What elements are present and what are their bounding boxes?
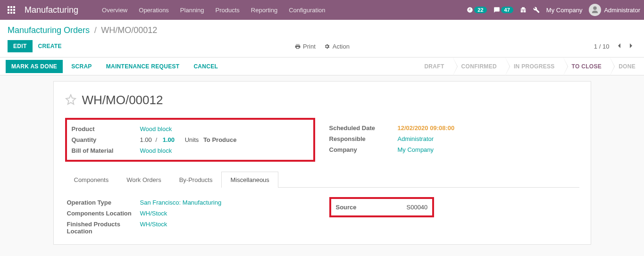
scheduled-label: Scheduled Date (329, 124, 398, 132)
highlight-box-left: Product Wood block Quantity 1.00 / 1.00 … (65, 118, 315, 162)
stage-draft[interactable]: DRAFT (416, 58, 452, 75)
pager-next[interactable] (626, 41, 636, 52)
op-type-link[interactable]: San Francisco: Manufacturing (140, 199, 222, 206)
create-button[interactable]: CREATE (33, 40, 67, 52)
fin-loc-link[interactable]: WH/Stock (140, 221, 167, 228)
svg-rect-3 (8, 9, 9, 11)
menu-operations[interactable]: Operations (134, 4, 174, 17)
scheduled-value: 12/02/2020 09:08:00 (398, 124, 455, 132)
svg-rect-7 (10, 12, 12, 14)
svg-rect-6 (8, 12, 9, 14)
product-link[interactable]: Wood block (140, 125, 172, 132)
responsible-link[interactable]: Administrator (398, 135, 434, 142)
print-icon (294, 43, 301, 50)
breadcrumb: Manufacturing Orders / WH/MO/00012 (8, 25, 157, 35)
svg-rect-8 (13, 12, 15, 14)
action-label: Action (333, 43, 350, 50)
chevron-left-icon (617, 43, 621, 49)
pager: 1 / 10 (594, 43, 636, 50)
menu-configuration[interactable]: Configuration (284, 4, 330, 17)
svg-rect-2 (13, 6, 15, 8)
activities-badge: 22 (474, 7, 486, 13)
source-value: S00040 (407, 204, 428, 211)
activities-button[interactable]: 22 (467, 7, 486, 13)
main-menu: Overview Operations Planning Products Re… (97, 4, 330, 17)
svg-rect-1 (10, 6, 12, 8)
company-link[interactable]: My Company (398, 146, 434, 153)
svg-rect-0 (8, 6, 9, 8)
responsible-label: Responsible (329, 135, 398, 142)
qty-sep: / (155, 136, 157, 143)
user-menu[interactable]: Administrator (589, 4, 640, 16)
topbar-right: 22 47 My Company Administrator (467, 4, 640, 16)
breadcrumb-parent[interactable]: Manufacturing Orders (8, 25, 90, 35)
bom-label: Bill of Material (72, 147, 140, 154)
company-switcher[interactable]: My Company (546, 7, 583, 14)
print-button[interactable]: Print (294, 43, 316, 50)
user-name: Administrator (604, 7, 640, 14)
statusbar: MARK AS DONE SCRAP MAINTENANCE REQUEST C… (0, 58, 644, 75)
record-title: WH/MO/00012 (82, 93, 163, 107)
menu-overview[interactable]: Overview (97, 4, 132, 17)
chevron-right-icon (629, 43, 634, 49)
stage-in-progress[interactable]: IN PROGRESS (505, 58, 563, 75)
tab-work-orders[interactable]: Work Orders (117, 172, 170, 188)
comp-loc-link[interactable]: WH/Stock (140, 210, 167, 217)
discuss-button[interactable]: 47 (493, 7, 513, 13)
pager-prev[interactable] (614, 41, 626, 52)
topbar: Manufacturing Overview Operations Planni… (0, 0, 644, 20)
bom-link[interactable]: Wood block (140, 147, 172, 154)
company-label: Company (329, 146, 398, 153)
breadcrumb-current: WH/MO/00012 (101, 25, 157, 35)
pager-value[interactable]: 1 / 10 (594, 43, 610, 50)
tab-components[interactable]: Components (65, 172, 118, 188)
menu-planning[interactable]: Planning (176, 4, 209, 17)
maintenance-button[interactable]: MAINTENANCE REQUEST (100, 60, 185, 73)
svg-rect-5 (13, 9, 15, 11)
breadcrumb-sep: / (94, 25, 97, 35)
cancel-button[interactable]: CANCEL (188, 60, 224, 73)
product-label: Product (72, 125, 140, 132)
scrap-button[interactable]: SCRAP (66, 60, 98, 73)
gear-icon (324, 43, 330, 50)
avatar-icon (589, 4, 601, 16)
op-type-label: Operation Type (67, 199, 140, 206)
mark-done-button[interactable]: MARK AS DONE (6, 60, 63, 73)
star-icon (65, 94, 76, 105)
tab-miscellaneous[interactable]: Miscellaneous (221, 172, 278, 188)
debug-icon[interactable] (533, 7, 540, 13)
control-panel: Manufacturing Orders / WH/MO/00012 EDIT … (0, 20, 644, 58)
fin-loc-label: Finished Products Location (67, 221, 140, 235)
action-button[interactable]: Action (324, 43, 350, 50)
tab-by-products[interactable]: By-Products (170, 172, 222, 188)
priority-star[interactable] (65, 94, 76, 107)
quantity-label: Quantity (72, 136, 140, 143)
qty-uom: Units (185, 136, 199, 143)
print-label: Print (303, 43, 316, 50)
gift-icon[interactable] (520, 7, 527, 13)
tab-misc-content: Operation Type San Francisco: Manufactur… (65, 188, 579, 240)
menu-products[interactable]: Products (210, 4, 244, 17)
svg-rect-4 (10, 9, 12, 11)
source-label: Source (336, 204, 407, 211)
qty-suffix: To Produce (203, 136, 237, 143)
comp-loc-label: Components Location (67, 210, 140, 217)
form-sheet: WH/MO/00012 Product Wood block Quantity … (53, 81, 591, 245)
stage-bar: DRAFT CONFIRMED IN PROGRESS TO CLOSE DON… (416, 58, 644, 75)
apps-icon[interactable] (6, 4, 17, 16)
discuss-badge: 47 (501, 7, 513, 13)
qty-producing: 1.00 (163, 136, 175, 143)
app-brand[interactable]: Manufacturing (25, 5, 78, 15)
qty-demand: 1.00 (140, 136, 152, 143)
edit-button[interactable]: EDIT (8, 40, 33, 52)
stage-done[interactable]: DONE (610, 58, 644, 75)
highlight-box-source: Source S00040 (329, 197, 435, 217)
stage-to-close[interactable]: TO CLOSE (563, 58, 611, 75)
menu-reporting[interactable]: Reporting (246, 4, 282, 17)
notebook-tabs: Components Work Orders By-Products Misce… (65, 171, 579, 188)
stage-confirmed[interactable]: CONFIRMED (453, 58, 505, 75)
